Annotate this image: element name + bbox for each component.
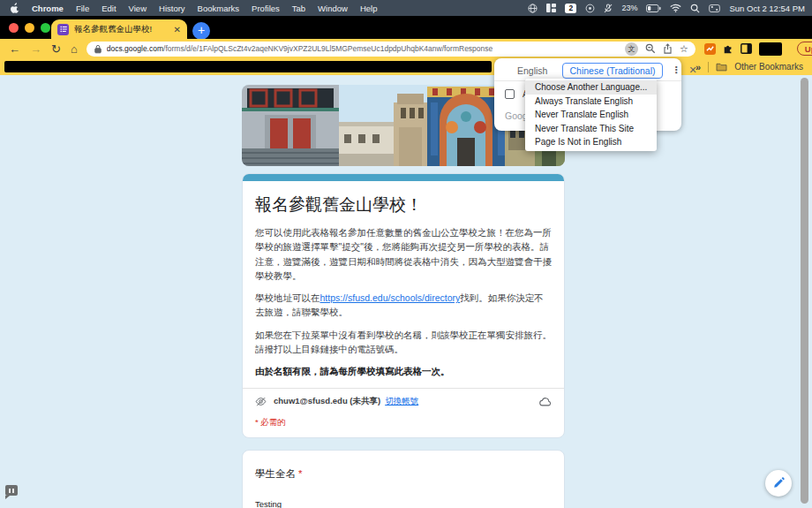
window-controls — [9, 23, 50, 33]
side-panel-icon[interactable] — [741, 43, 752, 54]
menubar-item-view[interactable]: View — [129, 4, 147, 13]
update-chrome-button[interactable]: Update ⋮ — [797, 42, 812, 56]
apple-logo-icon[interactable] — [11, 3, 19, 13]
menu-item-page-is-not-in-english[interactable]: Page Is Not in English — [525, 135, 657, 149]
menubar-item-profiles[interactable]: Profiles — [252, 4, 280, 13]
macos-menubar: Chrome File Edit View History Bookmarks … — [0, 0, 812, 16]
form-description-p2: 學校地址可以在https://sfusd.edu/schools/directo… — [255, 291, 552, 320]
draft-saved-cloud-icon — [539, 397, 552, 406]
tab-close-icon[interactable]: ✕ — [174, 25, 181, 34]
menu-item-never-translate-this-site[interactable]: Never Translate This Site — [525, 122, 657, 136]
browser-tab-active[interactable]: 報名參觀舊金山學校! ✕ — [51, 19, 187, 39]
control-center-icon[interactable] — [709, 4, 720, 12]
share-icon[interactable] — [663, 43, 673, 54]
other-bookmarks-label[interactable]: Other Bookmarks — [734, 62, 803, 72]
question-card-student-name: 學生全名* Testing — [242, 450, 565, 508]
update-label: Update — [805, 44, 812, 54]
battery-percent-label: 23% — [621, 4, 637, 12]
edit-form-fab[interactable] — [765, 470, 792, 497]
menubar-clock[interactable]: Sun Oct 2 12:54 PM — [729, 4, 805, 13]
record-icon[interactable] — [585, 4, 595, 13]
extensions-puzzle-icon[interactable] — [723, 43, 733, 54]
translate-tab-english[interactable]: English — [517, 65, 547, 76]
question-label: 學生全名 — [255, 468, 296, 479]
battery-icon[interactable] — [646, 4, 661, 12]
url-text: docs.google.com/forms/d/e/1FAlpQLScZt4v2… — [107, 44, 620, 53]
url-domain: docs.google.com — [107, 44, 163, 53]
eye-off-icon — [255, 396, 267, 407]
zoom-window-button[interactable] — [41, 23, 50, 33]
menu-item-always-translate-english[interactable]: Always Translate English — [525, 95, 657, 109]
form-description-p3: 如果您在下拉菜單中沒有看到學校的名稱，則該學校正在單獨安排旅行。請撥打以上目錄鏈… — [255, 328, 552, 357]
menubar-item-help[interactable]: Help — [360, 4, 378, 13]
extension-chart-icon[interactable] — [704, 43, 716, 55]
form-accent-bar — [243, 174, 564, 181]
close-window-button[interactable] — [9, 23, 19, 33]
back-button[interactable]: ← — [9, 43, 20, 55]
muted-icon[interactable] — [604, 4, 613, 13]
minimize-window-button[interactable] — [25, 23, 34, 33]
translate-options-menu: Choose Another Language... Always Transl… — [525, 79, 657, 151]
page-viewport: 報名參觀舊金山學校！ 您可以使用此表格報名參加任意數量的舊金山公立學校之旅！在您… — [0, 75, 812, 508]
badge-count[interactable]: 2 — [565, 4, 576, 13]
google-form: 報名參觀舊金山學校！ 您可以使用此表格報名參加任意數量的舊金山公立學校之旅！在您… — [242, 85, 565, 508]
zoom-level-icon[interactable] — [645, 43, 656, 54]
bookmark-star-icon[interactable]: ☆ — [680, 44, 688, 54]
url-path: /forms/d/e/1FAlpQLScZt4v2aqeNKV9jvXPZ2UL… — [163, 44, 492, 53]
form-title-card: 報名參觀舊金山學校！ 您可以使用此表格報名參加任意數量的舊金山公立學校之旅！在您… — [242, 173, 565, 438]
comment-marker-icon[interactable] — [5, 485, 18, 496]
pencil-icon — [772, 477, 785, 489]
new-tab-button[interactable]: + — [192, 22, 210, 40]
menu-item-choose-another-language[interactable]: Choose Another Language... — [525, 80, 657, 95]
directory-link[interactable]: https://sfusd.edu/schools/directory — [320, 292, 461, 303]
spotlight-search-icon[interactable] — [690, 4, 700, 13]
always-translate-checkbox[interactable] — [505, 89, 515, 99]
globe-icon[interactable] — [528, 4, 538, 13]
wifi-icon[interactable] — [670, 4, 681, 12]
form-title: 報名參觀舊金山學校！ — [255, 193, 552, 216]
switch-account-link[interactable]: 切換帳號 — [385, 396, 418, 407]
menubar-item-chrome[interactable]: Chrome — [32, 4, 64, 13]
required-asterisk: * — [298, 468, 302, 479]
menubar-item-history[interactable]: History — [159, 4, 185, 13]
tab-title: 報名參觀舊金山學校! — [74, 24, 170, 35]
menubar-item-edit[interactable]: Edit — [102, 4, 116, 13]
reload-button[interactable]: ↻ — [51, 43, 61, 55]
tab-strip: 報名參觀舊金山學校! ✕ + — [0, 16, 812, 39]
translate-options-kebab-icon[interactable]: ⋮ — [672, 64, 681, 76]
folder-icon — [716, 62, 727, 72]
translate-close-icon[interactable]: ✕ — [689, 64, 697, 76]
scrollbar-thumb[interactable] — [801, 78, 808, 504]
bookmarks-divider — [708, 62, 709, 72]
menubar-item-tab[interactable]: Tab — [292, 4, 305, 13]
menubar-item-bookmarks[interactable]: Bookmarks — [198, 4, 240, 13]
menubar-item-window[interactable]: Window — [318, 4, 348, 13]
form-description-p1: 您可以使用此表格報名參加任意數量的舊金山公立學校之旅！在您為一所學校的旅遊選擇單… — [255, 225, 552, 283]
browser-toolbar: ← → ↻ ⌂ docs.google.com/forms/d/e/1FAlpQ… — [0, 39, 812, 58]
form-description-p4: 由於名額有限，請為每所學校填寫此表格一次。 — [255, 364, 552, 378]
profile-avatar-redacted[interactable] — [759, 42, 782, 56]
menu-item-never-translate-english[interactable]: Never Translate English — [525, 108, 657, 122]
forward-button[interactable]: → — [30, 43, 41, 55]
student-name-input[interactable]: Testing — [255, 499, 403, 508]
account-email: chuw1@sfusd.edu (未共享) — [274, 396, 380, 407]
home-button[interactable]: ⌂ — [71, 43, 78, 55]
required-note: * 必需的 — [255, 417, 552, 428]
bookmarks-redacted-block — [4, 61, 492, 72]
window-layout-icon[interactable] — [546, 4, 556, 12]
menubar-item-file[interactable]: File — [76, 4, 89, 13]
lock-icon[interactable] — [94, 44, 102, 54]
p2-text-before: 學校地址可以在 — [255, 292, 320, 303]
google-forms-favicon-icon — [57, 24, 69, 35]
translate-page-icon[interactable]: 文 — [625, 42, 638, 56]
translate-tab-chinese-traditional[interactable]: Chinese (Traditional) — [562, 63, 662, 79]
address-bar[interactable]: docs.google.com/forms/d/e/1FAlpQLScZt4v2… — [86, 42, 695, 57]
